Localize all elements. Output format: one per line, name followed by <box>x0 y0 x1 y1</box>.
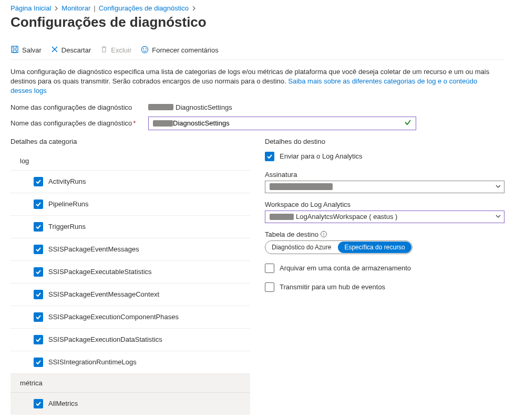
svg-rect-0 <box>12 46 18 52</box>
smile-icon <box>141 46 149 55</box>
name-readonly-suffix: DiagnosticSettings <box>176 103 232 111</box>
discard-button[interactable]: Descartar <box>51 46 91 55</box>
chevron-right-icon <box>54 6 58 10</box>
workspace-value: LogAnalytcsWorkspace ( eastus ) <box>296 213 397 220</box>
checkbox-metric[interactable] <box>34 399 43 408</box>
save-label: Salvar <box>22 46 42 54</box>
chevron-down-icon <box>496 213 501 220</box>
checkbox-stream-eventhub[interactable] <box>265 282 274 292</box>
info-icon[interactable]: i <box>321 231 327 237</box>
delete-label: Excluir <box>111 46 131 54</box>
page-title: Configurações de diagnóstico <box>11 14 504 30</box>
subscription-label: Assinatura <box>265 171 504 178</box>
name-label-input: Nome das configurações de diagnóstico* <box>11 119 142 127</box>
log-item: TriggerRuns <box>11 216 250 238</box>
breadcrumb: Página Inicial Monitorar | Configurações… <box>11 4 504 12</box>
redacted-prefix <box>148 104 173 110</box>
target-table-label: Tabela de destino i <box>265 230 504 238</box>
send-log-analytics-label: Enviar para o Log Analytics <box>280 152 363 160</box>
checkbox-log[interactable] <box>34 245 43 254</box>
discard-label: Descartar <box>61 46 91 54</box>
checkbox-send-log-analytics[interactable] <box>265 152 274 161</box>
name-readonly-value: DiagnosticSettings <box>148 103 232 111</box>
log-item: SSISPackageEventMessages <box>11 238 250 261</box>
log-item: SSISPackageExecutionDataStatistics <box>11 329 250 351</box>
archive-storage-label: Arquivar em uma conta de armazenamento <box>280 264 411 272</box>
log-item: SSISPackageEventMessageContext <box>11 284 250 306</box>
toggle-resource-specific[interactable]: Específica do recurso <box>338 242 411 253</box>
redacted-prefix-input <box>153 120 173 127</box>
svg-point-3 <box>143 48 144 49</box>
category-heading: Detalhes da categoria <box>11 138 250 145</box>
workspace-label: Workspace do Log Analytics <box>265 201 504 208</box>
stream-eventhub-label: Transmitir para um hub de eventos <box>280 283 385 291</box>
log-item-label: SSISPackageEventMessageContext <box>48 290 159 298</box>
feedback-label: Fornecer comentários <box>152 46 218 54</box>
checkbox-log[interactable] <box>34 290 43 299</box>
metric-item-label: AllMetrics <box>48 400 78 407</box>
toggle-azure-diagnostics[interactable]: Diagnóstico do Azure <box>265 242 337 253</box>
log-item-label: SSISPackageEventMessages <box>48 245 139 253</box>
save-icon <box>11 45 19 55</box>
workspace-select[interactable]: LogAnalytcsWorkspace ( eastus ) <box>265 211 504 223</box>
chevron-right-icon <box>192 6 196 10</box>
log-item: PipelineRuns <box>11 193 250 216</box>
checkbox-log[interactable] <box>34 222 43 232</box>
log-item-label: SSISPackageExecutableStatistics <box>48 268 152 276</box>
svg-rect-1 <box>13 50 16 52</box>
breadcrumb-monitor[interactable]: Monitorar <box>61 4 90 12</box>
target-table-toggle[interactable]: Diagnóstico do Azure Específica do recur… <box>265 240 413 254</box>
svg-point-2 <box>142 46 148 52</box>
save-button[interactable]: Salvar <box>11 45 42 55</box>
subscription-redacted <box>270 183 333 190</box>
name-input-wrapper[interactable] <box>148 117 416 130</box>
checkbox-log[interactable] <box>34 200 43 209</box>
metric-heading: métrica <box>11 374 250 393</box>
name-label-readonly: Nome das configurações de diagnóstico <box>11 103 142 111</box>
checkbox-log[interactable] <box>34 267 43 277</box>
checkbox-log[interactable] <box>34 312 43 322</box>
description-text: Uma configuração de diagnóstico especifi… <box>11 67 494 96</box>
log-heading: log <box>11 152 250 171</box>
checkbox-log[interactable] <box>34 335 43 344</box>
breadcrumb-diag[interactable]: Configurações de diagnóstico <box>99 4 189 12</box>
log-item-label: SSISIntegrationRuntimeLogs <box>48 358 137 366</box>
log-item: SSISIntegrationRuntimeLogs <box>11 351 250 374</box>
log-item-label: SSISPackageExecutionDataStatistics <box>48 335 162 343</box>
checkmark-valid-icon <box>404 119 411 128</box>
log-item-label: SSISPackageExecutionComponentPhases <box>48 313 179 321</box>
toolbar: Salvar Descartar Excluir Fornecer coment… <box>11 41 504 60</box>
svg-point-4 <box>146 48 147 49</box>
checkbox-log[interactable] <box>34 177 43 186</box>
checkbox-log[interactable] <box>34 358 43 367</box>
category-details: Detalhes da categoria log ActivityRunsPi… <box>11 138 250 415</box>
log-item: ActivityRuns <box>11 171 250 193</box>
close-icon <box>51 46 58 55</box>
delete-button: Excluir <box>100 46 131 55</box>
chevron-down-icon <box>496 183 501 191</box>
metric-item: AllMetrics <box>11 393 250 415</box>
subscription-select[interactable] <box>265 181 504 193</box>
destination-details: Detalhes do destino Enviar para o Log An… <box>265 138 504 415</box>
trash-icon <box>100 46 108 55</box>
destination-heading: Detalhes do destino <box>265 138 504 145</box>
log-item-label: TriggerRuns <box>48 223 86 230</box>
checkbox-archive-storage[interactable] <box>265 264 274 273</box>
feedback-button[interactable]: Fornecer comentários <box>141 46 218 55</box>
breadcrumb-home[interactable]: Página Inicial <box>11 4 51 12</box>
log-item-label: PipelineRuns <box>48 200 89 208</box>
log-item: SSISPackageExecutionComponentPhases <box>11 306 250 329</box>
name-input[interactable] <box>173 119 404 127</box>
workspace-redacted <box>270 214 294 220</box>
log-item-label: ActivityRuns <box>48 177 86 185</box>
log-item: SSISPackageExecutableStatistics <box>11 261 250 284</box>
